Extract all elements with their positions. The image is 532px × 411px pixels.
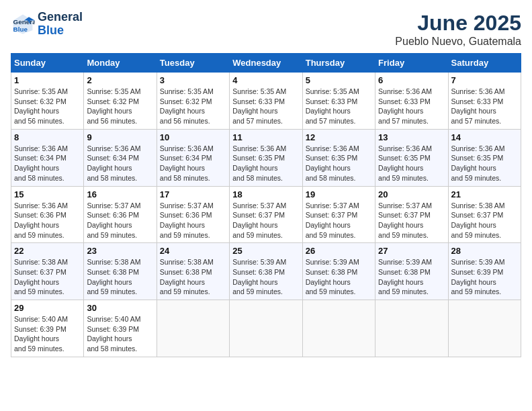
svg-text:Blue: Blue <box>13 26 28 33</box>
day-number: 26 <box>306 246 372 256</box>
day-number: 16 <box>87 189 153 199</box>
calendar-cell: 10 Sunrise: 5:36 AM Sunset: 6:34 PM Dayl… <box>157 129 229 186</box>
day-detail: Sunrise: 5:36 AM Sunset: 6:34 PM Dayligh… <box>14 144 81 183</box>
calendar-cell: 21 Sunrise: 5:38 AM Sunset: 6:37 PM Dayl… <box>448 186 521 243</box>
weekday-header-sunday: Sunday <box>11 54 84 73</box>
day-number: 15 <box>14 189 81 199</box>
day-detail: Sunrise: 5:36 AM Sunset: 6:35 PM Dayligh… <box>306 144 372 183</box>
day-detail: Sunrise: 5:37 AM Sunset: 6:36 PM Dayligh… <box>87 201 153 240</box>
weekday-header-saturday: Saturday <box>448 54 521 73</box>
calendar-cell: 14 Sunrise: 5:36 AM Sunset: 6:35 PM Dayl… <box>448 129 521 186</box>
calendar-cell: 4 Sunrise: 5:35 AM Sunset: 6:33 PM Dayli… <box>230 73 302 130</box>
day-number: 6 <box>378 75 445 85</box>
calendar-week-3: 15 Sunrise: 5:36 AM Sunset: 6:36 PM Dayl… <box>11 186 521 243</box>
day-number: 25 <box>232 246 299 256</box>
day-number: 5 <box>306 75 372 85</box>
day-detail: Sunrise: 5:36 AM Sunset: 6:34 PM Dayligh… <box>87 144 153 183</box>
calendar-cell: 19 Sunrise: 5:37 AM Sunset: 6:37 PM Dayl… <box>302 186 375 243</box>
day-detail: Sunrise: 5:39 AM Sunset: 6:38 PM Dayligh… <box>306 257 372 297</box>
day-number: 9 <box>87 132 153 142</box>
day-number: 27 <box>378 246 445 256</box>
calendar-cell: 8 Sunrise: 5:36 AM Sunset: 6:34 PM Dayli… <box>11 129 84 186</box>
day-number: 23 <box>87 246 153 256</box>
day-detail: Sunrise: 5:36 AM Sunset: 6:34 PM Dayligh… <box>160 144 226 183</box>
logo: General Blue General Blue <box>11 11 83 38</box>
weekday-header-wednesday: Wednesday <box>230 54 302 73</box>
weekday-header-friday: Friday <box>375 54 448 73</box>
calendar-cell <box>448 300 521 357</box>
calendar-cell: 2 Sunrise: 5:35 AM Sunset: 6:32 PM Dayli… <box>84 73 157 130</box>
weekday-header-tuesday: Tuesday <box>157 54 229 73</box>
day-detail: Sunrise: 5:38 AM Sunset: 6:37 PM Dayligh… <box>451 201 518 240</box>
calendar-week-4: 22 Sunrise: 5:38 AM Sunset: 6:37 PM Dayl… <box>11 243 521 300</box>
logo-blue: Blue <box>38 24 83 38</box>
day-detail: Sunrise: 5:36 AM Sunset: 6:35 PM Dayligh… <box>232 144 299 183</box>
calendar-cell: 25 Sunrise: 5:39 AM Sunset: 6:38 PM Dayl… <box>230 243 302 300</box>
day-number: 28 <box>451 246 518 256</box>
calendar-table: SundayMondayTuesdayWednesdayThursdayFrid… <box>11 53 521 357</box>
day-number: 13 <box>378 132 445 142</box>
calendar-cell: 15 Sunrise: 5:36 AM Sunset: 6:36 PM Dayl… <box>11 186 84 243</box>
day-detail: Sunrise: 5:36 AM Sunset: 6:35 PM Dayligh… <box>378 144 445 183</box>
day-number: 21 <box>451 189 518 199</box>
day-number: 12 <box>306 132 372 142</box>
calendar-cell: 13 Sunrise: 5:36 AM Sunset: 6:35 PM Dayl… <box>375 129 448 186</box>
day-detail: Sunrise: 5:35 AM Sunset: 6:32 PM Dayligh… <box>160 87 226 126</box>
weekday-header-monday: Monday <box>84 54 157 73</box>
calendar-cell: 27 Sunrise: 5:39 AM Sunset: 6:38 PM Dayl… <box>375 243 448 300</box>
day-number: 20 <box>378 189 445 199</box>
day-detail: Sunrise: 5:35 AM Sunset: 6:33 PM Dayligh… <box>306 87 372 126</box>
day-detail: Sunrise: 5:35 AM Sunset: 6:33 PM Dayligh… <box>232 87 299 126</box>
calendar-week-1: 1 Sunrise: 5:35 AM Sunset: 6:32 PM Dayli… <box>11 73 521 130</box>
day-number: 2 <box>87 75 153 85</box>
day-detail: Sunrise: 5:37 AM Sunset: 6:36 PM Dayligh… <box>160 201 226 240</box>
calendar-cell: 28 Sunrise: 5:39 AM Sunset: 6:39 PM Dayl… <box>448 243 521 300</box>
day-detail: Sunrise: 5:36 AM Sunset: 6:35 PM Dayligh… <box>451 144 518 183</box>
calendar-cell: 1 Sunrise: 5:35 AM Sunset: 6:32 PM Dayli… <box>11 73 84 130</box>
day-detail: Sunrise: 5:35 AM Sunset: 6:32 PM Dayligh… <box>87 87 153 126</box>
calendar-cell <box>302 300 375 357</box>
calendar-week-5: 29 Sunrise: 5:40 AM Sunset: 6:39 PM Dayl… <box>11 300 521 357</box>
day-number: 24 <box>160 246 226 256</box>
day-number: 29 <box>14 303 81 313</box>
calendar-cell: 3 Sunrise: 5:35 AM Sunset: 6:32 PM Dayli… <box>157 73 229 130</box>
logo-icon: General Blue <box>11 12 35 36</box>
calendar-cell: 23 Sunrise: 5:38 AM Sunset: 6:38 PM Dayl… <box>84 243 157 300</box>
logo-text: General Blue <box>38 11 83 38</box>
day-detail: Sunrise: 5:38 AM Sunset: 6:38 PM Dayligh… <box>160 257 226 297</box>
day-detail: Sunrise: 5:40 AM Sunset: 6:39 PM Dayligh… <box>14 314 81 354</box>
calendar-cell: 16 Sunrise: 5:37 AM Sunset: 6:36 PM Dayl… <box>84 186 157 243</box>
day-detail: Sunrise: 5:39 AM Sunset: 6:38 PM Dayligh… <box>232 257 299 297</box>
calendar-cell: 22 Sunrise: 5:38 AM Sunset: 6:37 PM Dayl… <box>11 243 84 300</box>
calendar-cell: 20 Sunrise: 5:37 AM Sunset: 6:37 PM Dayl… <box>375 186 448 243</box>
calendar-cell: 11 Sunrise: 5:36 AM Sunset: 6:35 PM Dayl… <box>230 129 302 186</box>
calendar-cell <box>230 300 302 357</box>
day-detail: Sunrise: 5:37 AM Sunset: 6:37 PM Dayligh… <box>232 201 299 240</box>
day-detail: Sunrise: 5:38 AM Sunset: 6:37 PM Dayligh… <box>14 257 81 297</box>
day-number: 18 <box>232 189 299 199</box>
day-number: 19 <box>306 189 372 199</box>
day-detail: Sunrise: 5:35 AM Sunset: 6:32 PM Dayligh… <box>14 87 81 126</box>
day-detail: Sunrise: 5:36 AM Sunset: 6:36 PM Dayligh… <box>14 201 81 240</box>
day-number: 8 <box>14 132 81 142</box>
logo-general: General <box>38 11 83 24</box>
day-number: 17 <box>160 189 226 199</box>
calendar-cell <box>375 300 448 357</box>
month-title: June 2025 <box>395 11 521 36</box>
weekday-header-row: SundayMondayTuesdayWednesdayThursdayFrid… <box>11 54 521 73</box>
calendar-cell: 9 Sunrise: 5:36 AM Sunset: 6:34 PM Dayli… <box>84 129 157 186</box>
weekday-header-thursday: Thursday <box>302 54 375 73</box>
calendar-cell: 5 Sunrise: 5:35 AM Sunset: 6:33 PM Dayli… <box>302 73 375 130</box>
calendar-cell: 6 Sunrise: 5:36 AM Sunset: 6:33 PM Dayli… <box>375 73 448 130</box>
location-title: Pueblo Nuevo, Guatemala <box>395 36 521 48</box>
day-detail: Sunrise: 5:36 AM Sunset: 6:33 PM Dayligh… <box>378 87 445 126</box>
day-number: 14 <box>451 132 518 142</box>
day-detail: Sunrise: 5:37 AM Sunset: 6:37 PM Dayligh… <box>378 201 445 240</box>
calendar-cell: 29 Sunrise: 5:40 AM Sunset: 6:39 PM Dayl… <box>11 300 84 357</box>
day-detail: Sunrise: 5:37 AM Sunset: 6:37 PM Dayligh… <box>306 201 372 240</box>
day-number: 1 <box>14 75 81 85</box>
calendar-cell: 7 Sunrise: 5:36 AM Sunset: 6:33 PM Dayli… <box>448 73 521 130</box>
day-detail: Sunrise: 5:38 AM Sunset: 6:38 PM Dayligh… <box>87 257 153 297</box>
calendar-cell: 24 Sunrise: 5:38 AM Sunset: 6:38 PM Dayl… <box>157 243 229 300</box>
day-number: 3 <box>160 75 226 85</box>
